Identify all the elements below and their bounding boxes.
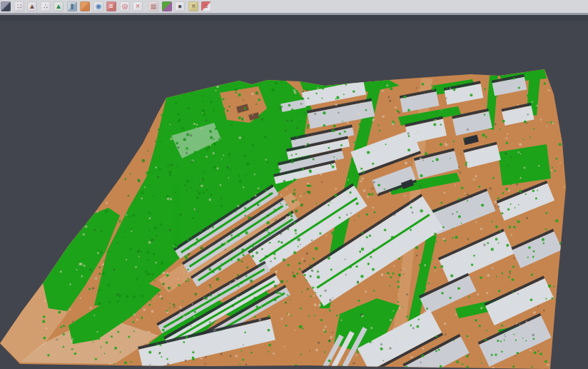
open-project-icon[interactable] — [1, 1, 11, 11]
sphere-icon[interactable]: ● — [175, 1, 185, 11]
vegetation-icon[interactable]: ▲ — [54, 1, 64, 11]
building-icon[interactable]: ▮ — [67, 1, 77, 11]
table-icon[interactable]: ≡ — [201, 1, 211, 11]
scene-canvas — [0, 0, 588, 369]
grid-icon[interactable]: ▦ — [148, 1, 158, 11]
sparse-points-icon[interactable]: ∴ — [41, 1, 51, 11]
layers-icon[interactable]: ≡ — [106, 1, 116, 11]
classified-map-icon[interactable] — [162, 1, 172, 11]
orthomosaic-icon[interactable] — [80, 1, 90, 11]
globe-icon[interactable]: ◉ — [93, 1, 103, 11]
target-icon[interactable]: ◎ — [120, 1, 130, 11]
report-icon[interactable]: × — [188, 1, 198, 11]
toolbar: ∷▲∴▲▮◉≡◎×▦●×≡ — [0, 0, 588, 15]
3d-viewport[interactable] — [0, 0, 588, 369]
point-cloud-icon[interactable]: ∷ — [14, 1, 24, 11]
clip-box-icon[interactable]: × — [133, 1, 143, 11]
terrain-model-icon[interactable]: ▲ — [27, 1, 37, 11]
